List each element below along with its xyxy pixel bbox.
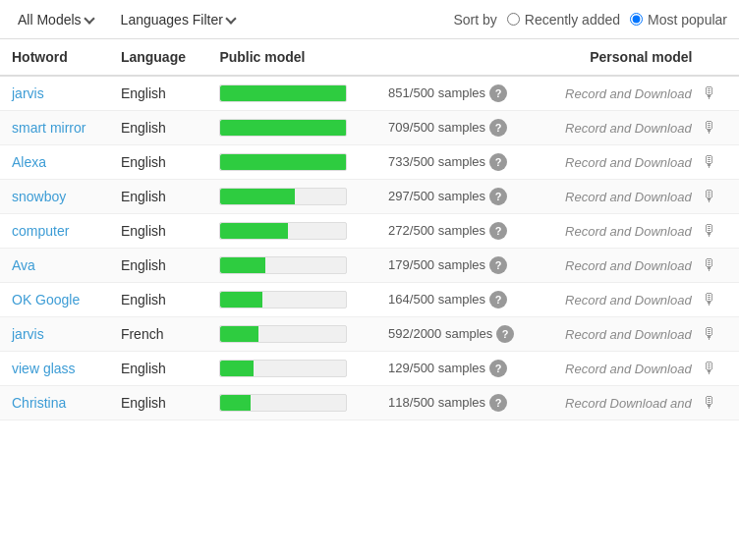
mic-icon[interactable]: 🎙 bbox=[702, 291, 717, 308]
progress-bar-wrapper bbox=[219, 84, 347, 102]
hotword-cell: jarvis bbox=[0, 317, 109, 352]
personal-model-header: Personal model bbox=[543, 39, 739, 76]
progress-container bbox=[219, 119, 365, 137]
progress-bar-fill bbox=[220, 395, 251, 411]
record-download-link[interactable]: Record and Download bbox=[565, 327, 692, 342]
hotword-link[interactable]: computer bbox=[12, 223, 69, 239]
help-icon[interactable]: ? bbox=[489, 153, 507, 171]
progress-cell bbox=[207, 111, 376, 145]
help-icon[interactable]: ? bbox=[489, 222, 507, 240]
help-icon[interactable]: ? bbox=[489, 394, 507, 412]
progress-bar-wrapper bbox=[219, 119, 347, 137]
most-popular-radio[interactable] bbox=[630, 13, 643, 26]
progress-bar-wrapper bbox=[219, 222, 347, 240]
personal-model-cell: Record and Download 🎙 bbox=[555, 84, 727, 102]
models-table: Hotword Language Public model Personal m… bbox=[0, 39, 739, 420]
personal-model-cell: Record and Download 🎙 bbox=[555, 222, 727, 240]
hotword-link[interactable]: Alexa bbox=[12, 154, 46, 170]
record-download-cell: Record and Download 🎙 bbox=[543, 317, 739, 352]
sample-count: 179/500 samples bbox=[388, 257, 485, 272]
progress-cell bbox=[207, 76, 376, 111]
help-icon[interactable]: ? bbox=[489, 256, 507, 274]
sample-count-cell: 129/500 samples ? bbox=[376, 352, 543, 386]
hotword-link[interactable]: Christina bbox=[12, 395, 66, 411]
mic-icon[interactable]: 🎙 bbox=[702, 119, 717, 137]
record-download-cell: Record and Download 🎙 bbox=[543, 111, 739, 145]
personal-model-cell: Record and Download 🎙 bbox=[555, 256, 727, 274]
record-download-link[interactable]: Record and Download bbox=[565, 293, 692, 308]
mic-icon[interactable]: 🎙 bbox=[702, 325, 717, 343]
language-cell: English bbox=[109, 180, 208, 214]
sample-count-cell: 164/500 samples ? bbox=[376, 283, 543, 317]
sample-count-cell: 297/500 samples ? bbox=[376, 180, 543, 214]
sample-count-cell: 179/500 samples ? bbox=[376, 249, 543, 283]
hotword-link[interactable]: snowboy bbox=[12, 189, 66, 204]
record-download-link[interactable]: Record and Download bbox=[565, 258, 692, 273]
record-download-cell: Record and Download 🎙 bbox=[543, 180, 739, 214]
record-download-cell: Record and Download 🎙 bbox=[543, 76, 739, 111]
hotword-link[interactable]: jarvis bbox=[12, 326, 44, 342]
progress-container bbox=[219, 256, 365, 274]
mic-icon[interactable]: 🎙 bbox=[702, 84, 717, 102]
languages-filter-chevron-icon bbox=[225, 13, 236, 24]
hotword-link[interactable]: OK Google bbox=[12, 292, 80, 308]
recently-added-option[interactable]: Recently added bbox=[507, 12, 620, 28]
hotword-link[interactable]: smart mirror bbox=[12, 120, 85, 136]
record-download-link[interactable]: Record and Download bbox=[565, 190, 692, 204]
mic-icon[interactable]: 🎙 bbox=[702, 153, 717, 171]
record-download-cell: Record and Download 🎙 bbox=[543, 214, 739, 249]
recently-added-radio[interactable] bbox=[507, 13, 520, 26]
record-download-link[interactable]: Record and Download bbox=[565, 121, 692, 136]
progress-bar-wrapper bbox=[219, 188, 347, 205]
sample-count: 851/500 samples bbox=[388, 85, 485, 100]
hotword-cell: computer bbox=[0, 214, 109, 249]
help-icon[interactable]: ? bbox=[489, 119, 507, 137]
all-models-dropdown[interactable]: All Models bbox=[12, 8, 99, 31]
languages-filter-dropdown[interactable]: Languages Filter bbox=[115, 8, 241, 31]
help-icon[interactable]: ? bbox=[489, 291, 507, 308]
personal-model-cell: Record and Download 🎙 bbox=[555, 291, 727, 308]
help-icon[interactable]: ? bbox=[489, 360, 507, 377]
help-icon[interactable]: ? bbox=[489, 188, 507, 205]
progress-container bbox=[219, 188, 365, 205]
table-header-row: Hotword Language Public model Personal m… bbox=[0, 39, 739, 76]
help-icon[interactable]: ? bbox=[496, 325, 514, 343]
mic-icon[interactable]: 🎙 bbox=[702, 394, 717, 412]
record-download-link[interactable]: Record and Download bbox=[565, 155, 692, 170]
mic-icon[interactable]: 🎙 bbox=[702, 256, 717, 274]
languages-filter-label: Languages Filter bbox=[121, 12, 223, 28]
sample-count: 297/500 samples bbox=[388, 189, 485, 203]
mic-icon[interactable]: 🎙 bbox=[702, 222, 717, 240]
progress-bar-fill bbox=[220, 361, 253, 376]
mic-icon[interactable]: 🎙 bbox=[702, 360, 717, 377]
progress-container bbox=[219, 84, 365, 102]
progress-bar-fill bbox=[220, 85, 346, 101]
progress-cell bbox=[207, 386, 376, 420]
hotword-link[interactable]: Ava bbox=[12, 257, 35, 273]
progress-cell bbox=[207, 317, 376, 352]
progress-container bbox=[219, 153, 365, 171]
hotword-link[interactable]: view glass bbox=[12, 361, 76, 376]
sample-count-cell: 272/500 samples ? bbox=[376, 214, 543, 249]
progress-container bbox=[219, 325, 365, 343]
progress-bar-wrapper bbox=[219, 325, 347, 343]
header-bar: All Models Languages Filter Sort by Rece… bbox=[0, 0, 739, 39]
progress-container bbox=[219, 394, 365, 412]
progress-bar-wrapper bbox=[219, 360, 347, 377]
progress-bar-fill bbox=[220, 326, 257, 342]
hotword-link[interactable]: jarvis bbox=[12, 85, 44, 101]
help-icon[interactable]: ? bbox=[489, 84, 507, 102]
progress-bar-fill bbox=[220, 189, 295, 204]
personal-model-cell: Record and Download 🎙 bbox=[555, 188, 727, 205]
most-popular-option[interactable]: Most popular bbox=[630, 12, 727, 28]
record-download-link[interactable]: Record and Download bbox=[565, 86, 692, 101]
language-cell: English bbox=[109, 386, 208, 420]
record-download-cell: Record and Download 🎙 bbox=[543, 249, 739, 283]
record-download-link[interactable]: Record and Download bbox=[565, 362, 692, 376]
record-download-link[interactable]: Record and Download bbox=[565, 224, 692, 239]
mic-icon[interactable]: 🎙 bbox=[702, 188, 717, 205]
record-download-link[interactable]: Record Download and bbox=[565, 396, 692, 411]
sample-count: 592/2000 samples bbox=[388, 326, 492, 341]
progress-cell bbox=[207, 283, 376, 317]
hotword-cell: smart mirror bbox=[0, 111, 109, 145]
